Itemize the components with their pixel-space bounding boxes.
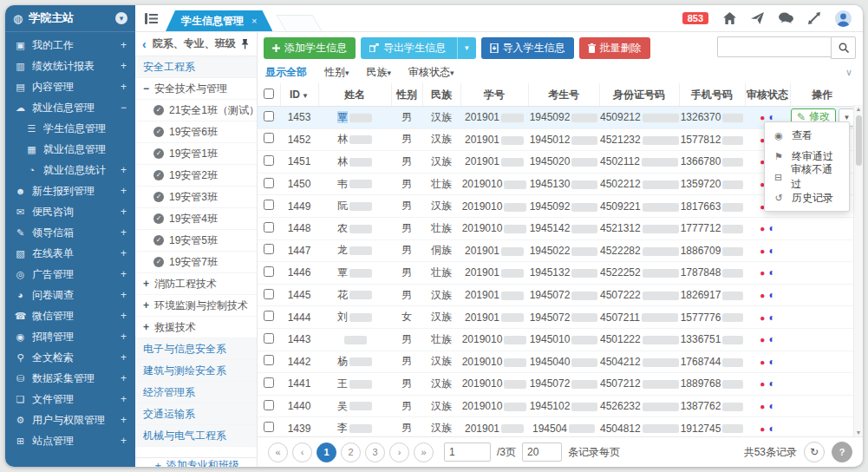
row-checkbox[interactable] (264, 289, 274, 299)
sidebar-item[interactable]: ☎ 微信管理 + (5, 305, 135, 326)
scrollbar-thumb[interactable] (856, 115, 862, 166)
tree-node[interactable]: ✓ 19安管6班 (135, 121, 257, 143)
row-checkbox[interactable] (264, 311, 274, 321)
search-button[interactable] (831, 36, 856, 59)
expander-icon[interactable]: + (121, 310, 127, 322)
tree-node[interactable]: ✓ 21安全1班（测试） (135, 100, 257, 121)
sidebar-item[interactable]: ▤ 内容管理 + (5, 76, 135, 97)
gender-filter[interactable]: 性别▾ (324, 65, 349, 80)
tree-node[interactable]: ✓ 机械与电气工程系 (135, 425, 257, 447)
expander-icon[interactable]: + (121, 39, 127, 51)
sidebar-item[interactable]: ▧ 在线表单 + (5, 243, 135, 264)
sidebar-item[interactable]: ⚙ 用户与权限管理 + (5, 410, 135, 430)
collapse-circle-icon[interactable]: ▾ (115, 12, 127, 24)
tree-node[interactable]: ✓ 经济管理系 (135, 382, 257, 403)
dropdown-item[interactable]: ⊟ 审核不通过 (765, 167, 849, 187)
row-checkbox[interactable] (264, 266, 274, 277)
scroll-up-icon[interactable]: ▲ (856, 106, 862, 112)
scroll-down-icon[interactable]: ▼ (856, 429, 862, 436)
user-avatar[interactable] (835, 10, 852, 27)
col-header-gender[interactable]: 性别 (391, 83, 422, 107)
sidebar-item[interactable]: ❏ 文件管理 + (5, 389, 135, 410)
tree-node[interactable]: ✓ 19安管3班 (135, 187, 257, 208)
expander-icon[interactable]: + (121, 372, 127, 384)
refresh-button[interactable]: ↻ (804, 442, 825, 462)
last-page-button[interactable]: » (414, 442, 434, 462)
tree-node[interactable]: + ✓ 消防工程技术 (135, 273, 257, 295)
tree-node[interactable]: ✓ 19安管2班 (135, 165, 257, 187)
row-checkbox[interactable] (264, 355, 274, 365)
sidebar-item[interactable]: ▣ 我的工作 + (5, 35, 135, 56)
expander-icon[interactable]: + (121, 331, 127, 343)
status-red-dot-icon[interactable]: ● (760, 335, 765, 344)
expander-icon[interactable]: + (121, 60, 127, 72)
expander-icon[interactable]: + (121, 393, 127, 405)
tree-node[interactable]: ✓ 19安管5班 (135, 230, 257, 252)
tree-node[interactable]: ✓ 19安管1班 (135, 143, 257, 165)
col-header-idcard[interactable]: 身份证号码 (599, 83, 679, 107)
batch-delete-button[interactable]: 批量删除 (579, 37, 650, 59)
row-checkbox[interactable] (264, 111, 274, 121)
status-half-circle-icon[interactable]: ◐ (768, 266, 774, 279)
col-header-status[interactable]: 审核状态 (745, 83, 790, 107)
status-half-circle-icon[interactable]: ◐ (768, 333, 774, 345)
tree-expander-icon[interactable]: + (143, 321, 149, 333)
row-checkbox[interactable] (264, 222, 274, 233)
sidebar-item[interactable]: ◔ 就业信息统计 + (5, 160, 135, 180)
row-checkbox[interactable] (264, 155, 274, 166)
table-row[interactable]: 1446 覃 男 壮族 201901 1945132 4522252 17878… (258, 262, 854, 285)
audit-status-filter[interactable]: 审核状态▾ (408, 65, 454, 80)
table-row[interactable]: 1445 花 男 汉族 201901 1945072 4507222 18269… (258, 284, 854, 306)
notification-badge[interactable]: 853 (682, 12, 708, 24)
col-header-id[interactable]: ID▼ (280, 83, 318, 107)
sidebar-item[interactable]: ⛁ 数据采集管理 + (5, 368, 135, 389)
status-red-dot-icon[interactable]: ● (760, 313, 765, 323)
status-red-dot-icon[interactable]: ● (760, 268, 765, 278)
tree-node[interactable]: ✓ 建筑与测绘安全系 (135, 360, 257, 382)
search-input[interactable] (717, 36, 831, 57)
sidebar-header[interactable]: ◍ 学院主站 ▾ (5, 5, 135, 32)
send-icon[interactable] (751, 12, 764, 24)
row-checkbox[interactable] (264, 400, 274, 410)
expander-icon[interactable]: + (121, 435, 127, 447)
sidebar-item[interactable]: ▥ 绩效统计报表 + (5, 56, 135, 76)
home-icon[interactable] (723, 12, 736, 24)
page-number-button[interactable]: 2 (341, 442, 361, 462)
status-red-dot-icon[interactable]: ● (760, 402, 765, 411)
sidebar-item[interactable]: ⊞ 站点管理 + (5, 430, 135, 451)
row-checkbox[interactable] (264, 422, 274, 432)
resize-arrows-icon[interactable] (808, 12, 820, 24)
sidebar-item[interactable]: ☻ 新生报到管理 + (5, 180, 135, 201)
prev-page-button[interactable]: ‹ (292, 442, 312, 462)
tab-close-icon[interactable]: × (251, 16, 257, 26)
sidebar-item[interactable]: ✎ 领导信箱 + (5, 222, 135, 243)
sidebar-item[interactable]: ☁ 就业信息管理 − (5, 97, 135, 118)
expander-icon[interactable]: + (121, 289, 127, 301)
status-red-dot-icon[interactable]: ● (760, 424, 765, 434)
select-all-checkbox[interactable] (264, 88, 274, 99)
status-half-circle-icon[interactable]: ◐ (768, 356, 774, 368)
tree-node[interactable]: + ✓ 救援技术 (135, 317, 257, 338)
expander-icon[interactable]: + (121, 351, 127, 364)
row-checkbox[interactable] (264, 333, 274, 344)
tree-node[interactable]: ✓ 安全工程系 (135, 56, 257, 78)
sidebar-item[interactable]: ⚲ 全文检索 + (5, 347, 135, 368)
pin-icon[interactable] (240, 39, 250, 49)
next-page-button[interactable]: › (389, 442, 409, 462)
status-red-dot-icon[interactable]: ● (760, 379, 765, 389)
page-size-input[interactable] (522, 442, 562, 462)
expander-icon[interactable]: + (121, 81, 127, 93)
expander-icon[interactable]: + (121, 247, 127, 259)
col-header-sno[interactable]: 学号 (460, 83, 528, 107)
sidebar-item[interactable]: ◉ 招聘管理 + (5, 326, 135, 347)
page-number-input[interactable] (444, 442, 491, 462)
page-number-button[interactable]: 3 (365, 442, 385, 462)
tree-node[interactable]: − ✓ 安全技术与管理 (135, 78, 257, 100)
tree-node[interactable]: ✓ 19安管4班 (135, 208, 257, 230)
col-header-exam[interactable]: 考生号 (528, 83, 599, 107)
status-half-circle-icon[interactable]: ◐ (768, 377, 774, 390)
status-red-dot-icon[interactable]: ● (760, 291, 765, 300)
collapse-filter-icon[interactable]: ∨ (845, 67, 854, 78)
row-checkbox[interactable] (264, 200, 274, 210)
col-header-phone[interactable]: 手机号码 (679, 83, 745, 107)
